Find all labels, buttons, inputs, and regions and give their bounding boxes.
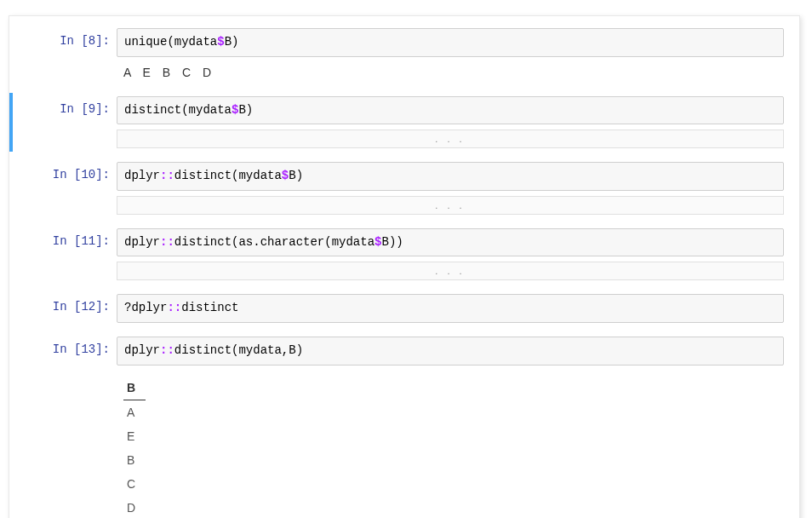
input-prompt: In [11]: [9, 228, 117, 248]
code-cell[interactable]: In [10]:dplyr::distinct(mydata$B). . . [9, 158, 799, 218]
code-input[interactable]: dplyr::distinct(as.character(mydata$B)) [117, 228, 784, 257]
collapsed-output-bar[interactable]: . . . [117, 262, 784, 280]
input-prompt: In [8]: [9, 28, 117, 48]
table-row: B [123, 448, 146, 472]
output-text: A E B C D [117, 57, 784, 83]
ellipsis-icon: . . . [435, 200, 465, 210]
code-input[interactable]: distinct(mydata$B) [117, 96, 784, 125]
ellipsis-icon: . . . [435, 266, 465, 276]
code-input[interactable]: dplyr::distinct(mydata,B) [117, 337, 784, 365]
input-prompt: In [10]: [9, 162, 117, 181]
output-table: BAEBCD [123, 376, 146, 518]
code-input[interactable]: dplyr::distinct(mydata$B) [117, 162, 784, 191]
input-prompt: In [13]: [9, 337, 117, 356]
code-input[interactable]: ?dplyr::distinct [117, 294, 784, 323]
input-prompt: In [12]: [9, 294, 117, 314]
code-input[interactable]: unique(mydata$B) [117, 28, 784, 57]
notebook-container: In [8]:unique(mydata$B)A E B C DIn [9]:d… [9, 15, 800, 518]
table-row: D [123, 496, 146, 518]
collapsed-output-bar[interactable]: . . . [117, 196, 784, 215]
input-prompt: In [9]: [13, 96, 117, 116]
table-header: B [123, 376, 146, 400]
collapsed-output-bar[interactable]: . . . [117, 130, 784, 148]
code-cell[interactable]: In [11]:dplyr::distinct(as.character(myd… [9, 225, 799, 285]
code-cell[interactable]: In [12]:?dplyr::distinct [9, 291, 799, 326]
table-row: C [123, 472, 146, 496]
table-row: E [123, 424, 146, 448]
code-cell[interactable]: In [13]:dplyr::distinct(mydata,B)BAEBCD [9, 333, 799, 518]
code-cell[interactable]: In [8]:unique(mydata$B)A E B C D [9, 25, 799, 86]
ellipsis-icon: . . . [435, 134, 465, 144]
table-row: A [123, 400, 146, 424]
code-cell[interactable]: In [9]:distinct(mydata$B). . . [9, 93, 799, 153]
